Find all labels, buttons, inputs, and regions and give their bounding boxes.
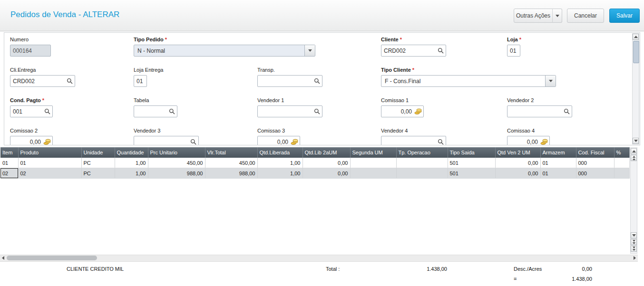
grid-column-header: % <box>614 147 629 158</box>
scroll-up-icon[interactable] <box>633 34 639 40</box>
total-value: 1.438,00 <box>381 266 447 272</box>
cliente-input[interactable] <box>381 45 446 57</box>
grid-cell[interactable]: 01 <box>540 168 576 179</box>
grid-cell[interactable]: 450,00 <box>205 158 257 168</box>
grid-cell[interactable]: 1,00 <box>257 158 302 168</box>
table-row[interactable]: 0202PC1,00988,00988,001,000,005010,00010… <box>0 168 629 179</box>
scroll-right-icon[interactable] <box>632 255 638 261</box>
grid-cell[interactable]: 01 <box>540 158 576 168</box>
grid-vertical-scrollbar[interactable] <box>630 147 637 254</box>
grid-cell[interactable]: 000 <box>576 158 614 168</box>
scroll-down-icon[interactable] <box>631 232 637 238</box>
money-icon[interactable] <box>291 139 298 145</box>
grid-cell[interactable]: 0,00 <box>495 158 540 168</box>
grid-cell[interactable] <box>350 168 396 179</box>
field-label: Numero <box>10 37 29 42</box>
grid-cell[interactable] <box>396 168 448 179</box>
vendedor4-input[interactable] <box>381 136 446 145</box>
outras-acoes-button[interactable]: Outras Ações <box>514 9 553 23</box>
scroll-up-icon[interactable] <box>631 148 637 154</box>
field-loja: Loja* <box>507 37 520 57</box>
transp-input[interactable] <box>257 75 322 87</box>
chevron-down-icon <box>556 15 559 17</box>
loja-entrega-input[interactable] <box>134 75 147 87</box>
scroll-down-icon[interactable] <box>633 138 639 144</box>
vendedor3-input[interactable] <box>134 136 199 145</box>
search-icon[interactable] <box>314 108 320 114</box>
search-icon[interactable] <box>564 108 570 114</box>
grid-cell[interactable]: 0,00 <box>302 158 350 168</box>
grid-cell[interactable]: 02 <box>0 168 18 179</box>
grid-cell[interactable]: 02 <box>18 168 81 179</box>
loja-input[interactable] <box>507 45 520 57</box>
save-button[interactable]: Salvar <box>609 9 640 23</box>
field-comissao2: Comissao 2 <box>10 128 53 145</box>
search-icon[interactable] <box>44 108 50 114</box>
search-icon[interactable] <box>438 139 444 145</box>
grid-cell[interactable]: 000 <box>576 168 614 179</box>
scrollbar-thumb[interactable] <box>633 41 639 63</box>
money-icon[interactable] <box>43 139 51 145</box>
save-label: Salvar <box>616 12 633 19</box>
grid-cell[interactable] <box>396 158 448 168</box>
outras-acoes-caret-button[interactable] <box>552 9 562 23</box>
scroll-end-icon[interactable] <box>631 246 637 252</box>
grid-horizontal-scrollbar[interactable] <box>0 255 638 262</box>
vendedor1-input[interactable] <box>257 105 322 117</box>
vendedor2-input[interactable] <box>507 105 572 117</box>
field-loja-entrega: Loja Entrega <box>134 67 147 87</box>
field-label: Loja <box>507 37 518 42</box>
chevron-down-icon[interactable] <box>304 45 315 56</box>
grid-cell[interactable]: 1,00 <box>115 158 148 168</box>
grid-body: 0101PC1,00450,00450,001,000,005010,00010… <box>0 158 629 179</box>
search-icon[interactable] <box>190 139 196 145</box>
grid-cell[interactable]: 988,00 <box>205 168 257 179</box>
tipo-cliente-select[interactable]: F - Cons.Final <box>381 75 556 87</box>
grid-cell[interactable]: 1,00 <box>115 168 148 179</box>
field-label: Vendedor 2 <box>507 97 534 103</box>
grid-cell[interactable]: 0,00 <box>302 168 350 179</box>
field-label: Comissao 2 <box>10 128 38 133</box>
chevron-down-icon[interactable] <box>545 76 556 86</box>
grid-cell[interactable] <box>350 158 396 168</box>
search-icon[interactable] <box>169 108 175 114</box>
form-vertical-scrollbar[interactable] <box>632 33 639 144</box>
field-vendedor2: Vendedor 2 <box>507 97 572 117</box>
grid-cell[interactable]: PC <box>81 168 115 179</box>
total-label: Total : <box>326 266 340 272</box>
grid-cell[interactable]: 450,00 <box>148 158 205 168</box>
grid-column-header: Qtd Ven 2 UM <box>495 147 540 158</box>
grid-cell[interactable]: 1,00 <box>257 168 302 179</box>
scroll-page-down-icon[interactable] <box>631 239 637 245</box>
grid-cell[interactable]: PC <box>81 158 115 168</box>
grid-column-header: Item <box>0 147 18 158</box>
grid-cell[interactable]: 501 <box>448 168 495 179</box>
scrollbar-thumb[interactable] <box>7 256 97 260</box>
field-vendedor1: Vendedor 1 <box>257 97 322 117</box>
field-comissao3: Comissao 3 <box>257 128 300 145</box>
scroll-left-icon[interactable] <box>0 255 6 261</box>
required-marker: * <box>519 37 521 42</box>
grid-cell[interactable]: 01 <box>0 158 18 168</box>
tipo-pedido-select[interactable]: N - Normal <box>134 45 315 57</box>
grid-cell[interactable] <box>614 158 629 168</box>
search-icon[interactable] <box>314 78 320 84</box>
field-label: Loja Entrega <box>134 67 163 73</box>
money-icon[interactable] <box>414 108 422 114</box>
search-icon[interactable] <box>438 48 444 54</box>
grid-cell[interactable] <box>614 168 629 179</box>
grid-cell[interactable]: 01 <box>18 158 81 168</box>
money-icon[interactable] <box>540 139 548 145</box>
search-icon[interactable] <box>67 78 73 84</box>
scroll-page-up-icon[interactable] <box>631 155 637 161</box>
discount-value: 0,00 <box>542 266 592 272</box>
cli-entrega-input[interactable] <box>10 75 75 87</box>
grid-cell[interactable]: 0,00 <box>495 168 540 179</box>
table-row[interactable]: 0101PC1,00450,00450,001,000,005010,00010… <box>0 158 629 168</box>
grid-cell[interactable]: 988,00 <box>148 168 205 179</box>
grid-column-header: Qtd.Liberada <box>257 147 302 158</box>
cancel-button[interactable]: Cancelar <box>567 9 604 23</box>
final-total-value: 1.438,00 <box>542 276 592 282</box>
grid-cell[interactable]: 501 <box>448 158 495 168</box>
field-label: Comissao 1 <box>381 97 409 103</box>
